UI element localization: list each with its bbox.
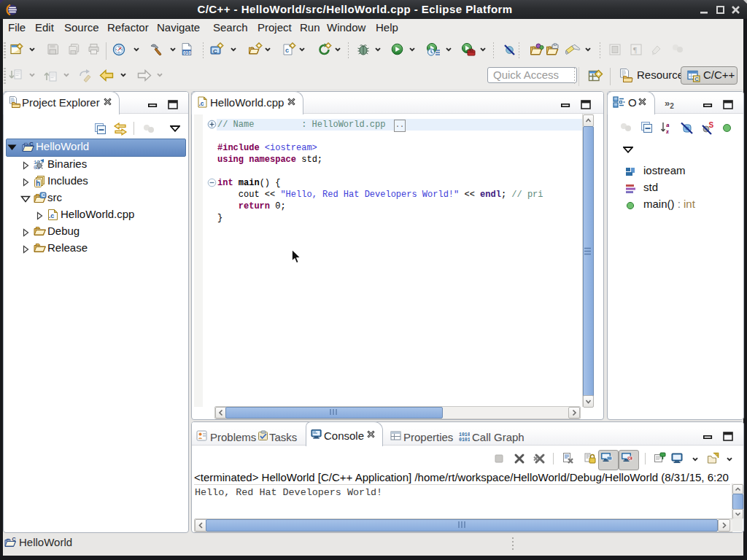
svg-text:.c: .c [199, 100, 204, 107]
svg-text:C: C [694, 76, 699, 82]
svg-text:1010: 1010 [459, 432, 470, 438]
svg-text:C: C [29, 141, 34, 147]
svg-text:z: z [666, 128, 669, 135]
svg-text:h: h [36, 179, 40, 187]
svg-text:¶: ¶ [633, 45, 637, 54]
svg-text:C: C [42, 192, 45, 198]
svg-text:S: S [709, 121, 714, 129]
svg-text:C: C [213, 48, 217, 55]
svg-text:0101: 0101 [459, 438, 470, 443]
svg-text:c: c [285, 47, 289, 54]
svg-text:.c: .c [49, 212, 55, 219]
svg-text:C: C [12, 537, 16, 542]
svg-text:010: 010 [183, 50, 191, 55]
